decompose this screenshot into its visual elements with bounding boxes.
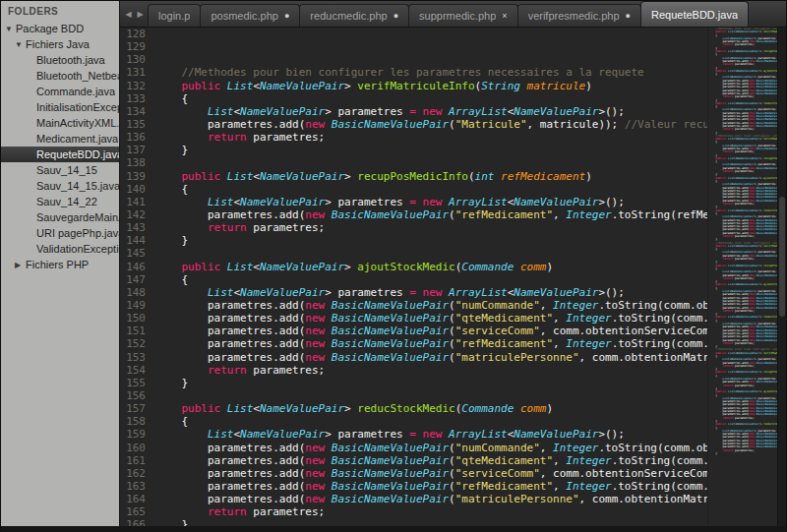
code-token: reducStockMedic (763, 423, 777, 426)
code-line[interactable]: 134 List<NameValuePair> parametres = new… (120, 105, 707, 118)
code-line[interactable]: 139 public List<NameValuePair> recupPosM… (120, 170, 707, 183)
dirty-indicator[interactable]: ● (394, 11, 398, 21)
minimap[interactable]: //Methodes pour bien configurer les para… (707, 28, 777, 526)
scrollbar-thumb[interactable] (779, 197, 785, 317)
sidebar-item[interactable]: URI pagePhp.java (1, 225, 119, 241)
code-line[interactable]: 152 parametres.add(new BasicNameValuePai… (120, 337, 707, 350)
code-text: parametres.add(new BasicNameValuePair("n… (155, 299, 707, 312)
code-token: public (182, 170, 227, 183)
code-line[interactable]: 159 List<NameValuePair> parametres = new… (120, 428, 707, 441)
code-token: NameValuePair (737, 102, 759, 105)
editor-tab[interactable]: verifpresmedic.php● (517, 4, 641, 27)
code-line[interactable]: 144 } (120, 234, 707, 247)
code-line[interactable]: 131 //Methodes pour bien configurer les … (120, 66, 707, 79)
code-token: ) (546, 261, 553, 273)
code-line[interactable]: 133 { (120, 92, 707, 105)
code-line[interactable]: 160 parametres.add(new BasicNameValuePai… (120, 442, 707, 454)
code-token: reducStockMedic (763, 102, 777, 105)
code-token: BasicNameValuePair (757, 125, 777, 128)
code-line[interactable]: 135 parametres.add(new BasicNameValuePai… (120, 118, 707, 131)
code-line[interactable]: 142 parametres.add(new BasicNameValuePai… (120, 208, 707, 221)
line-number: 154 (120, 364, 155, 377)
code-token: ArrayList (449, 105, 508, 118)
code-line[interactable]: 136 return parametres; (120, 131, 707, 144)
sidebar-item[interactable]: ▶Fichiers PHP (1, 257, 119, 272)
code-line[interactable]: 154 return parametres; (120, 364, 707, 377)
vertical-scrollbar[interactable] (777, 28, 786, 526)
code-line[interactable]: 143 return parametres; (120, 221, 707, 234)
code-token: List (208, 286, 234, 299)
tab-scroll-right-icon[interactable]: ▶ (136, 10, 145, 19)
tab-scroll-left-icon[interactable]: ◀ (124, 10, 133, 19)
code-text: } (155, 377, 707, 389)
code-token: NameValuePair (737, 157, 759, 160)
editor-tab[interactable]: login.p (148, 4, 201, 27)
code-text: return parametres; (155, 131, 707, 144)
code-token: Integer (566, 480, 611, 493)
code-line[interactable]: 141 List<NameValuePair> parametres = new… (120, 196, 707, 208)
code-line[interactable]: 166 } (120, 518, 707, 526)
sidebar-item[interactable]: SauvegardeMainA (1, 209, 119, 225)
code-line[interactable]: 161 parametres.add(new BasicNameValuePai… (120, 454, 707, 467)
code-line[interactable]: 140 { (120, 183, 707, 196)
code-text: return parametres; (155, 364, 707, 377)
code-token: return (722, 43, 733, 46)
sidebar-item[interactable]: MainActivityXML.x (1, 115, 119, 131)
code-token: NameValuePair (737, 283, 759, 286)
tab-label: posmedic.php (211, 10, 278, 22)
code-line[interactable]: 148 List<NameValuePair> parametres = new… (120, 286, 707, 299)
dirty-indicator[interactable]: ● (284, 11, 289, 21)
tab-label: reducmedic.php (310, 10, 387, 22)
code-line[interactable]: 137 } (120, 144, 707, 156)
sidebar-item[interactable]: Sauv_14_22 (1, 194, 119, 209)
code-line[interactable]: 132 public List<NameValuePair> verifMatr… (120, 80, 707, 92)
code-line[interactable]: 147 { (120, 273, 707, 286)
code-line[interactable]: 145 (120, 247, 707, 260)
dirty-indicator[interactable]: ● (626, 11, 631, 21)
code-line[interactable]: 150 parametres.add(new BasicNameValuePai… (120, 312, 707, 325)
code-line[interactable]: 151 parametres.add(new BasicNameValuePai… (120, 325, 707, 337)
code-line[interactable]: 163 parametres.add(new BasicNameValuePai… (120, 480, 707, 493)
code-line[interactable]: 130 (120, 53, 707, 66)
sidebar-item[interactable]: Bluetooth.java (1, 52, 119, 68)
close-icon[interactable]: × (502, 11, 507, 21)
sidebar-item[interactable]: Bluetooth_Netbea (1, 68, 119, 84)
code-line[interactable]: 158 { (120, 415, 707, 428)
code-line[interactable]: 128 (120, 28, 707, 40)
code-line[interactable]: 138 (120, 156, 707, 169)
code-token: parametres.add( (155, 325, 305, 337)
sidebar-item[interactable]: ValidationExceptio (1, 241, 119, 257)
sidebar-item[interactable]: ▼Fichiers Java (1, 36, 119, 52)
code-token: NameValuePair (737, 352, 759, 355)
sidebar-item[interactable]: Sauv_14_15.java (1, 178, 119, 194)
code-line[interactable]: 146 public List<NameValuePair> ajoutStoc… (120, 261, 707, 273)
code-line[interactable]: 162 parametres.add(new BasicNameValuePai… (120, 467, 707, 480)
code-line[interactable]: 129 (120, 40, 707, 53)
sidebar-item[interactable]: ▼Package BDD (1, 21, 119, 36)
tab-label: verifpresmedic.php (528, 10, 620, 22)
code-lines: 128129130131 //Methodes pour bien config… (120, 28, 707, 526)
code-token: { (155, 415, 188, 428)
code-line[interactable]: 149 parametres.add(new BasicNameValuePai… (120, 299, 707, 312)
code-text: } (155, 518, 707, 526)
code-token: BasicNameValuePair (757, 92, 777, 95)
sidebar-item[interactable]: Commande.java (1, 84, 119, 99)
code-token: parametres.add( (155, 442, 305, 454)
sidebar-item[interactable]: InitialisationExcep (1, 99, 119, 115)
code-line[interactable]: 157 public List<NameValuePair> reducStoc… (120, 402, 707, 415)
code-line[interactable]: 165 return parametres; (120, 505, 707, 518)
editor-tab[interactable]: RequeteBDD.java (640, 1, 749, 27)
editor-tab[interactable]: reducmedic.php● (299, 4, 409, 27)
code-line[interactable]: 164 parametres.add(new BasicNameValuePai… (120, 493, 707, 505)
editor[interactable]: 128129130131 //Methodes pour bien config… (120, 28, 786, 526)
code-area[interactable]: 128129130131 //Methodes pour bien config… (120, 28, 707, 526)
code-token: matricule (527, 80, 586, 92)
sidebar-item[interactable]: RequeteBDD.java (1, 147, 119, 162)
sidebar-item[interactable]: Medicament.java (1, 131, 119, 147)
sidebar-item[interactable]: Sauv_14_15 (1, 162, 119, 178)
editor-tab[interactable]: posmedic.php● (200, 4, 300, 27)
code-line[interactable]: 156 (120, 389, 707, 402)
code-line[interactable]: 155 } (120, 377, 707, 389)
code-line[interactable]: 153 parametres.add(new BasicNameValuePai… (120, 351, 707, 364)
editor-tab[interactable]: supprmedic.php× (408, 4, 518, 27)
